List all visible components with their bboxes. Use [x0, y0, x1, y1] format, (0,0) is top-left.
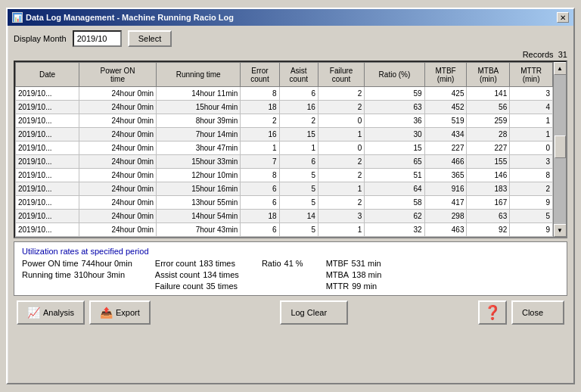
- table-cell: 2: [318, 101, 364, 114]
- select-button[interactable]: Select: [128, 30, 172, 47]
- assist-label: Assist count: [155, 270, 200, 279]
- main-window: 📊 Data Log Management - Machine Running …: [6, 8, 575, 384]
- table-cell: 1: [318, 128, 364, 142]
- window-title: Data Log Management - Machine Running Ra…: [26, 13, 234, 22]
- help-icon: ❓: [484, 304, 501, 321]
- table-cell: 57: [365, 237, 424, 239]
- summary-col-2: Error count 183 times Assist count 134 t…: [155, 259, 239, 291]
- table-cell: 425: [424, 87, 467, 101]
- summary-col-1: Power ON time 744hour 0min Running time …: [22, 259, 132, 291]
- table-cell: 24hour 0min: [79, 142, 156, 155]
- analysis-button[interactable]: 📈 Analysis: [17, 300, 85, 325]
- table-row: 2019/10...24hour 0min7hour 43min65132463…: [16, 223, 553, 237]
- table-cell: 24hour 0min: [79, 128, 156, 142]
- table-row: 2019/10...24hour 0min15hour 16min6516491…: [16, 182, 553, 196]
- table-row: 2019/10...24hour 0min15hour 33min7626546…: [16, 155, 553, 169]
- ratio-label: Ratio: [262, 259, 281, 268]
- table-row: 2019/10...24hour 0min8hour 39min22036519…: [16, 114, 553, 128]
- table-cell: 1: [510, 128, 553, 142]
- table-cell: 13hour 41min: [157, 237, 241, 239]
- table-row: 2019/10...24hour 0min13hour 41min2421357…: [16, 237, 553, 239]
- table-cell: 365: [424, 169, 467, 182]
- table-cell: 3: [510, 237, 553, 239]
- export-button[interactable]: 📤 Export: [89, 300, 151, 325]
- running-value: 310hour 3min: [74, 270, 125, 279]
- table-row: 2019/10...24hour 0min12hour 10min8525136…: [16, 169, 553, 182]
- table-cell: 7hour 14min: [157, 128, 241, 142]
- table-cell: 1: [318, 223, 364, 237]
- log-clear-label: Log Clear: [290, 308, 327, 317]
- table-cell: 155: [467, 155, 510, 169]
- close-button[interactable]: Close: [511, 300, 564, 325]
- table-cell: 24hour 0min: [79, 196, 156, 210]
- table-cell: 24hour 0min: [79, 182, 156, 196]
- table-cell: 24hour 0min: [79, 101, 156, 114]
- help-button[interactable]: ❓: [478, 300, 507, 325]
- table-cell: 0: [510, 142, 553, 155]
- table-cell: 24hour 0min: [79, 237, 156, 239]
- table-cell: 8hour 39min: [157, 114, 241, 128]
- analysis-label: Analysis: [43, 308, 74, 317]
- table-cell: 3hour 47min: [157, 142, 241, 155]
- table-cell: 13hour 55min: [157, 196, 241, 210]
- scroll-thumb[interactable]: [555, 135, 566, 158]
- left-buttons: 📈 Analysis 📤 Export: [17, 300, 151, 325]
- scrollbar[interactable]: ▲ ▼: [553, 62, 566, 237]
- table-cell: 2: [241, 114, 279, 128]
- table-row: 2019/10...24hour 0min13hour 55min6525841…: [16, 196, 553, 210]
- table-cell: 24hour 0min: [79, 169, 156, 182]
- display-month-label: Display Month: [14, 34, 67, 43]
- table-cell: 18: [241, 210, 279, 223]
- table-cell: 3: [318, 210, 364, 223]
- table-cell: 2019/10...: [16, 196, 79, 210]
- table-row: 2019/10...24hour 0min7hour 14min16151304…: [16, 128, 553, 142]
- table-cell: 3: [510, 87, 553, 101]
- table-cell: 24hour 0min: [79, 114, 156, 128]
- table-cell: 24hour 0min: [79, 87, 156, 101]
- col-asist: Asistcount: [279, 63, 318, 87]
- close-label: Close: [522, 308, 543, 317]
- table-cell: 434: [424, 128, 467, 142]
- log-clear-button[interactable]: Log Clear: [280, 300, 348, 325]
- table-cell: 3: [318, 237, 364, 239]
- col-mtbf: MTBF(min): [424, 63, 467, 87]
- power-on-label: Power ON time: [22, 259, 79, 268]
- table-cell: 18: [241, 101, 279, 114]
- data-table-container: Date Power ONtime Running time Errorcoun…: [14, 61, 567, 238]
- table-cell: 2019/10...: [16, 210, 79, 223]
- table-cell: 1: [510, 114, 553, 128]
- table-cell: 15: [365, 142, 424, 155]
- table-cell: 183: [467, 182, 510, 196]
- month-input[interactable]: [73, 30, 122, 47]
- table-cell: 15: [279, 128, 318, 142]
- table-cell: 9: [510, 223, 553, 237]
- table-cell: 2019/10...: [16, 237, 79, 239]
- summary-box: Utilization rates at specified period Po…: [14, 241, 567, 296]
- window-close-button[interactable]: ✕: [557, 12, 569, 23]
- table-cell: 8: [241, 87, 279, 101]
- table-cell: 5: [279, 196, 318, 210]
- mttr-value: 99 min: [352, 282, 377, 291]
- col-error: Errorcount: [241, 63, 279, 87]
- table-cell: 24hour 0min: [79, 210, 156, 223]
- table-cell: 2: [318, 87, 364, 101]
- table-cell: 466: [424, 155, 467, 169]
- col-mtba: MTBA(min): [467, 63, 510, 87]
- col-mttr: MTTR(min): [510, 63, 553, 87]
- mtba-value: 138 min: [352, 270, 381, 279]
- scroll-track: [554, 75, 566, 224]
- scroll-down-button[interactable]: ▼: [554, 224, 567, 237]
- scroll-up-button[interactable]: ▲: [554, 62, 567, 75]
- table-cell: 167: [467, 196, 510, 210]
- col-failure: Failurecount: [318, 63, 364, 87]
- error-label: Error count: [155, 259, 196, 268]
- table-cell: 8: [241, 169, 279, 182]
- table-cell: 16: [241, 128, 279, 142]
- table-cell: 0: [318, 142, 364, 155]
- table-cell: 2019/10...: [16, 114, 79, 128]
- table-cell: 417: [424, 196, 467, 210]
- col-ratio: Ratio (%): [365, 63, 424, 87]
- table-cell: 62: [365, 210, 424, 223]
- table-cell: 452: [424, 101, 467, 114]
- table-cell: 14: [279, 210, 318, 223]
